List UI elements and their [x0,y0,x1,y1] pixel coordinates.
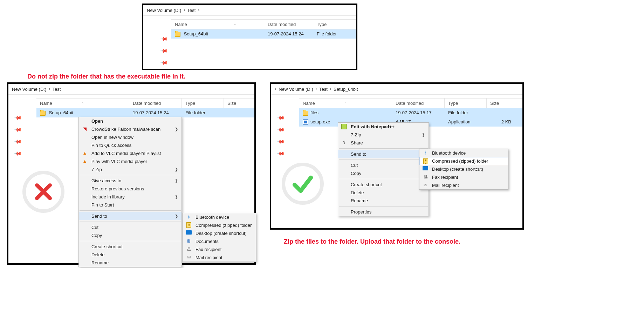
context-menu-item[interactable]: Create shortcut [79,243,181,251]
sendto-item[interactable]: ✉Mail recipient [419,181,508,189]
sendto-item[interactable]: 🖷Fax recipient [419,173,508,181]
context-menu-item[interactable]: Edit with Notepad++ [338,123,429,131]
fax-icon: 🖷 [422,174,429,179]
item-name: setup.exe [310,119,330,124]
sort-caret-icon: ⌃ [344,102,347,106]
breadcrumb[interactable]: New Volume (D:) Test [8,84,254,95]
crumb-volume[interactable]: New Volume (D:) [279,87,313,92]
chevron-right-icon: ❯ [175,167,178,172]
context-menu-item[interactable]: Open [79,117,181,125]
sendto-item[interactable]: ᚼBluetooth device [183,213,256,221]
sendto-item[interactable]: ✉Mail recipient [183,253,256,262]
context-menu-item[interactable]: Cut [79,223,181,231]
context-menu-item[interactable]: ⇪Share [338,139,429,147]
context-menu-item[interactable]: Pin to Start [79,201,181,209]
context-menu-item[interactable]: Send to❯ [79,212,181,220]
sendto-submenu[interactable]: ᚼBluetooth deviceCompressed (zipped) fol… [419,149,508,190]
mail-icon: ✉ [186,255,192,260]
context-menu-item[interactable]: Copy [79,231,181,239]
cs-icon: ◥ [82,126,88,131]
context-menu-item[interactable]: Delete [338,189,429,197]
context-menu-item[interactable]: Rename [79,259,181,267]
context-menu-item[interactable]: Open in new window [79,133,181,141]
chevron-right-icon: ❯ [175,214,178,218]
crumb-volume[interactable]: New Volume (D:) [147,8,181,13]
crumb-test[interactable]: Test [53,87,61,92]
context-menu-item[interactable]: Rename [338,197,429,205]
pin-icon: 📌 [13,113,22,122]
share-icon: ⇪ [341,140,347,145]
col-type[interactable]: Type [445,99,487,108]
col-type[interactable]: Type [182,99,224,108]
crumb-volume[interactable]: New Volume (D:) [12,87,46,92]
sendto-item[interactable]: Desktop (create shortcut) [419,165,508,173]
chevron-right-icon: ❯ [175,127,178,131]
col-date[interactable]: Date modified [264,20,313,29]
item-date: 19-07-2024 15:24 [264,31,313,37]
sendto-item[interactable]: Compressed (zipped) folder [183,221,256,229]
crumb-setup64bit[interactable]: Setup_64bit [334,87,358,92]
pin-icon: 📌 [13,137,22,146]
right-hint: Zip the files to the folder. Upload that… [284,238,524,245]
context-menu-item[interactable]: Restore previous versions [79,185,181,193]
folder-icon [175,32,180,37]
item-type: Application [445,118,487,125]
item-size: 2 KB [487,118,515,125]
pin-icon: 📌 [159,58,169,67]
context-menu-item[interactable]: Properties [338,208,429,216]
context-menu-item[interactable]: ▲Add to VLC media player's Playlist [79,149,181,157]
col-name[interactable]: Name ⌃ [36,99,129,108]
col-name[interactable]: Name ⌃ [299,99,392,108]
col-date[interactable]: Date modified [129,99,182,108]
list-item[interactable]: files19-07-2024 15:17File folder [299,108,522,117]
context-menu-item[interactable]: Cut [338,161,429,169]
item-type: File folder [313,31,355,37]
sendto-item[interactable]: Compressed (zipped) folder [419,157,508,165]
context-menu-item[interactable]: 7-Zip❯ [79,165,181,174]
pin-icon: 📌 [276,125,285,134]
item-name: files [310,110,318,115]
col-date[interactable]: Date modified [392,99,445,108]
col-size[interactable]: Size [487,99,515,108]
context-menu-item[interactable]: Pin to Quick access [79,141,181,149]
pin-icon: 📌 [13,149,22,158]
item-date: 19-07-2024 15:17 [392,109,445,116]
context-menu-item[interactable]: ◥CrowdStrike Falcon malware scan❯ [79,125,181,133]
col-size[interactable]: Size [224,99,248,108]
bt-icon: ᚼ [186,214,192,219]
sendto-item[interactable]: ᚼBluetooth device [419,149,508,157]
item-type: File folder [182,109,224,116]
crumb-test[interactable]: Test [187,8,196,13]
crumb-test[interactable]: Test [319,87,328,92]
list-item[interactable]: Setup_64bit 19-07-2024 15:24 File folder [36,108,254,117]
breadcrumb[interactable]: New Volume (D:) Test Setup_64bit [271,84,522,95]
breadcrumb[interactable]: New Volume (D:) Test [143,5,356,16]
sendto-item[interactable]: 🗎Documents [183,237,256,245]
sendto-item[interactable]: Desktop (create shortcut) [183,229,256,237]
context-menu-item[interactable]: Copy [338,169,429,177]
col-type[interactable]: Type [313,20,355,29]
context-menu-item[interactable]: Create shortcut [338,181,429,189]
sendto-submenu[interactable]: ᚼBluetooth deviceCompressed (zipped) fol… [183,213,256,262]
chevron-right-icon: ❯ [175,195,178,199]
context-menu-item[interactable]: Delete [79,251,181,259]
list-item[interactable]: Setup_64bit 19-07-2024 15:24 File folder [171,29,356,39]
context-menu-item[interactable]: 7-Zip❯ [338,131,429,139]
col-name[interactable]: Name ⌃ [171,20,264,29]
chevron-right-icon [183,7,185,13]
context-menu-item[interactable]: Include in library❯ [79,193,181,201]
sendto-item[interactable]: 🖷Fax recipient [183,245,256,253]
context-menu[interactable]: Edit with Notepad++7-Zip❯⇪ShareSend to❯C… [338,122,429,216]
context-menu[interactable]: Open◥CrowdStrike Falcon malware scan❯Ope… [78,117,182,267]
item-date: 19-07-2024 15:24 [129,109,182,116]
item-size [487,112,515,114]
sort-caret-icon: ⌃ [81,102,84,106]
item-name: Setup_64bit [49,110,73,115]
context-menu-item[interactable]: Give access to❯ [79,177,181,185]
np-icon [341,124,347,130]
fax-icon: 🖷 [186,246,192,252]
context-menu-item[interactable]: ▲Play with VLC media player [79,157,181,165]
desk-icon [422,166,429,171]
chevron-right-icon [315,86,317,92]
context-menu-item[interactable]: Send to❯ [338,150,429,158]
